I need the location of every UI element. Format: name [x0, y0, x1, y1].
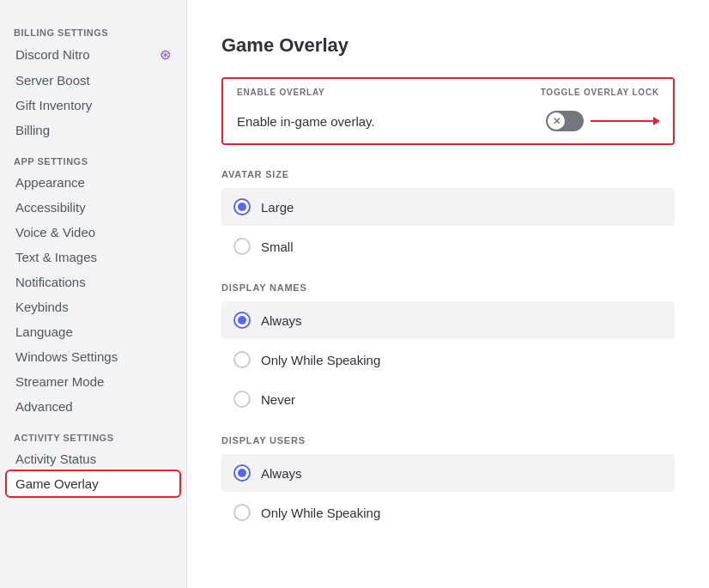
display-names-label: DISPLAY NAMES: [221, 282, 675, 293]
streamer-mode-label: Streamer Mode: [15, 374, 104, 389]
sidebar-item-streamer-mode[interactable]: Streamer Mode: [7, 369, 179, 394]
display-users-speaking-label: Only While Speaking: [261, 506, 380, 520]
windows-settings-label: Windows Settings: [15, 349, 118, 364]
display-users-label: DISPLAY USERS: [221, 435, 675, 446]
radio-names-never-circle: [233, 391, 251, 408]
sidebar-item-notifications[interactable]: Notifications: [7, 270, 179, 294]
avatar-size-group: AVATAR SIZE Large Small: [221, 169, 675, 265]
voice-video-label: Voice & Video: [15, 225, 95, 239]
sidebar-item-text-images[interactable]: Text & Images: [7, 245, 179, 270]
sidebar-item-keybinds[interactable]: Keybinds: [7, 294, 179, 319]
gift-inventory-label: Gift Inventory: [15, 98, 92, 112]
page-title: Game Overlay: [221, 34, 675, 57]
avatar-size-small[interactable]: Small: [221, 227, 675, 265]
enable-overlay-box: ENABLE OVERLAY TOGGLE OVERLAY LOCK Enabl…: [221, 77, 675, 145]
overlay-box-body: Enable in-game overlay. ✕: [223, 102, 673, 143]
sidebar-item-gift-inventory[interactable]: Gift Inventory: [7, 93, 179, 118]
accessibility-label: Accessibility: [15, 200, 86, 215]
sidebar-item-billing[interactable]: Billing: [7, 118, 179, 142]
billing-section-label: BILLING SETTINGS: [7, 21, 179, 41]
main-content: Game Overlay ENABLE OVERLAY TOGGLE OVERL…: [187, 0, 709, 588]
keybinds-label: Keybinds: [15, 300, 69, 314]
sidebar-item-server-boost[interactable]: Server Boost: [7, 68, 179, 93]
toggle-overlay-lock-label: TOGGLE OVERLAY LOCK: [541, 88, 659, 97]
language-label: Language: [15, 324, 73, 339]
enable-overlay-text: Enable in-game overlay.: [237, 114, 375, 129]
app-section-label: APP SETTINGS: [7, 149, 179, 170]
overlay-box-header: ENABLE OVERLAY TOGGLE OVERLAY LOCK: [223, 79, 673, 102]
display-users-always[interactable]: Always: [221, 454, 675, 492]
sidebar-item-voice-video[interactable]: Voice & Video: [7, 220, 179, 245]
enable-overlay-label: ENABLE OVERLAY: [237, 88, 325, 97]
sidebar-item-advanced[interactable]: Advanced: [7, 394, 179, 419]
text-images-label: Text & Images: [15, 250, 97, 264]
activity-status-label: Activity Status: [15, 452, 96, 466]
toggle-knob: ✕: [548, 112, 565, 130]
toggle-area: ✕: [546, 111, 659, 131]
sidebar-item-accessibility[interactable]: Accessibility: [7, 195, 179, 220]
nitro-icon: ⊛: [160, 46, 171, 63]
display-names-only-while-speaking[interactable]: Only While Speaking: [221, 341, 675, 379]
sidebar-item-activity-status[interactable]: Activity Status: [7, 446, 179, 471]
game-overlay-label: Game Overlay: [15, 476, 99, 491]
display-names-always-label: Always: [261, 313, 302, 328]
avatar-size-label: AVATAR SIZE: [221, 169, 675, 179]
sidebar-item-language[interactable]: Language: [7, 319, 179, 344]
display-users-always-label: Always: [261, 466, 302, 481]
toggle-x-icon: ✕: [553, 116, 561, 127]
radio-large-circle: [233, 198, 251, 215]
display-names-speaking-label: Only While Speaking: [261, 353, 380, 367]
arrow-hint: [591, 120, 659, 122]
discord-nitro-label: Discord Nitro: [15, 47, 90, 62]
notifications-label: Notifications: [15, 275, 86, 289]
display-names-never[interactable]: Never: [221, 380, 675, 418]
avatar-size-large[interactable]: Large: [221, 188, 675, 226]
billing-label: Billing: [15, 123, 50, 137]
avatar-size-large-label: Large: [261, 200, 294, 215]
radio-users-always-circle: [233, 464, 251, 482]
advanced-label: Advanced: [15, 399, 73, 414]
sidebar-item-appearance[interactable]: Appearance: [7, 170, 179, 195]
display-names-never-label: Never: [261, 392, 295, 407]
radio-names-always-circle: [233, 312, 251, 329]
sidebar: BILLING SETTINGS Discord Nitro ⊛ Server …: [0, 0, 187, 588]
server-boost-label: Server Boost: [15, 73, 90, 88]
display-users-only-while-speaking[interactable]: Only While Speaking: [221, 494, 675, 531]
sidebar-item-discord-nitro[interactable]: Discord Nitro ⊛: [7, 41, 179, 68]
display-names-group: DISPLAY NAMES Always Only While Speaking…: [221, 282, 675, 418]
sidebar-item-game-overlay[interactable]: Game Overlay: [7, 471, 179, 496]
avatar-size-small-label: Small: [261, 239, 294, 254]
activity-section-label: ACTIVITY SETTINGS: [7, 426, 179, 446]
radio-users-speaking-circle: [233, 504, 251, 521]
enable-overlay-toggle[interactable]: ✕: [546, 111, 584, 131]
display-names-always[interactable]: Always: [221, 301, 675, 339]
arrow-line: [591, 120, 659, 122]
display-users-group: DISPLAY USERS Always Only While Speaking: [221, 435, 675, 531]
radio-small-circle: [233, 238, 251, 255]
appearance-label: Appearance: [15, 175, 85, 190]
sidebar-item-windows-settings[interactable]: Windows Settings: [7, 344, 179, 369]
radio-names-speaking-circle: [233, 351, 251, 368]
